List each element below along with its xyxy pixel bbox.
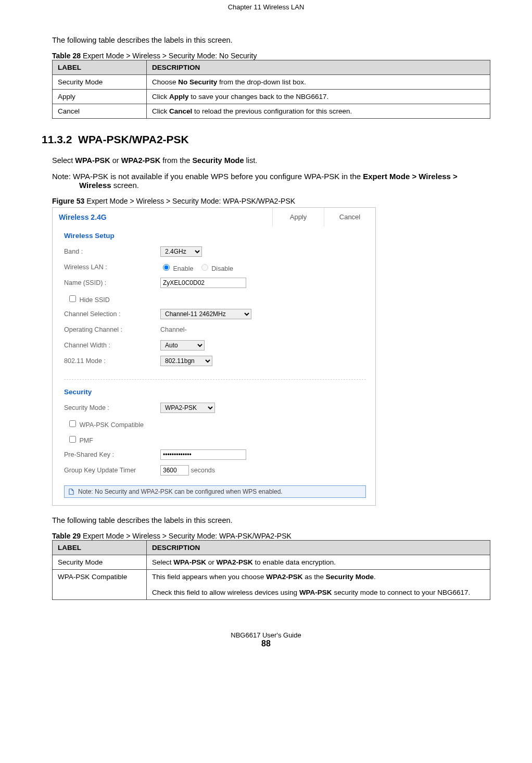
- t29-r1-label: Security Mode: [53, 555, 147, 570]
- t28-r2-label: Apply: [53, 90, 147, 104]
- table-row: Cancel Click Cancel to reload the previo…: [53, 104, 490, 119]
- table29-caption: Table 29 Expert Mode > Wireless > Securi…: [52, 532, 490, 540]
- ssid-label: Name (SSID) :: [64, 279, 160, 286]
- chapter-header: Chapter 11 Wireless LAN: [0, 0, 532, 20]
- section-heading: 11.3.2 WPA-PSK/WPA2-PSK: [42, 133, 490, 146]
- footer-guide-title: NBG6617 User's Guide: [42, 631, 490, 639]
- t28-r1-desc: Choose No Security from the drop-down li…: [147, 75, 490, 90]
- band-label: Band :: [64, 248, 160, 255]
- fig-note-box: Note: No Security and WPA2-PSK can be co…: [64, 485, 366, 498]
- pmf-checkbox[interactable]: [69, 436, 76, 443]
- cancel-button[interactable]: Cancel: [324, 208, 375, 227]
- fig-section-wireless-setup: Wireless Setup: [64, 232, 366, 240]
- page-number: 88: [42, 639, 490, 648]
- t29-r2-label: WPA-PSK Compatible: [53, 570, 147, 600]
- pmf-label: PMF: [79, 437, 93, 444]
- table-row: Security Mode Select WPA-PSK or WPA2-PSK…: [53, 555, 490, 570]
- mode-80211-select[interactable]: 802.11bgn: [160, 356, 212, 366]
- group-key-timer-input[interactable]: [160, 465, 189, 476]
- t28-r3-desc: Click Cancel to reload the previous conf…: [147, 104, 490, 119]
- table29-caption-number: Table 29: [52, 532, 81, 540]
- t28-r1-label: Security Mode: [53, 75, 147, 90]
- note-text: Note: WPA-PSK is not available if you en…: [52, 172, 490, 190]
- table28-caption-title: Expert Mode > Wireless > Security Mode: …: [81, 52, 257, 60]
- table28: LABEL DESCRIPTION Security Mode Choose N…: [52, 60, 490, 119]
- figure53-caption-number: Figure 53: [52, 197, 84, 205]
- figure53-screenshot: Wireless 2.4G Apply Cancel Wireless Setu…: [52, 207, 376, 506]
- channel-selection-select[interactable]: Channel-11 2462MHz: [160, 309, 251, 319]
- table28-caption-number: Table 28: [52, 52, 81, 60]
- t28-r3-label: Cancel: [53, 104, 147, 119]
- mode-80211-label: 802.11 Mode :: [64, 357, 160, 365]
- table28-head-desc: DESCRIPTION: [147, 60, 490, 75]
- table-row: WPA-PSK Compatible This field appears wh…: [53, 570, 490, 600]
- t29-r2-desc: This field appears when you choose WPA2-…: [147, 570, 490, 600]
- t29-r1-desc: Select WPA-PSK or WPA2-PSK to enable dat…: [147, 555, 490, 570]
- note-icon: [68, 488, 75, 495]
- table29-head-desc: DESCRIPTION: [147, 541, 490, 555]
- preshared-key-label: Pre-Shared Key :: [64, 451, 160, 458]
- operating-channel-label: Operating Channel :: [64, 326, 160, 333]
- table28-caption: Table 28 Expert Mode > Wireless > Securi…: [52, 52, 490, 60]
- band-select[interactable]: 2.4GHz: [160, 246, 202, 257]
- hide-ssid-label: Hide SSID: [79, 296, 109, 304]
- t28-r2-desc: Click Apply to save your changes back to…: [147, 90, 490, 104]
- intro-text-2: The following table describes the labels…: [52, 516, 490, 524]
- wlan-enable-radio[interactable]: [163, 264, 170, 271]
- section-title: WPA-PSK/WPA2-PSK: [78, 133, 189, 145]
- fig-divider: [64, 379, 366, 380]
- operating-channel-value: Channel-: [160, 326, 187, 333]
- channel-width-select[interactable]: Auto: [160, 340, 205, 351]
- table28-head-label: LABEL: [53, 60, 147, 75]
- channel-width-label: Channel Width :: [64, 342, 160, 349]
- wlan-disable-radio[interactable]: [201, 264, 208, 271]
- disable-text: Disable: [211, 265, 233, 272]
- hide-ssid-checkbox[interactable]: [69, 295, 76, 302]
- group-key-timer-label: Group Key Update Timer: [64, 467, 160, 474]
- figure53-caption-title: Expert Mode > Wireless > Security Mode: …: [84, 197, 295, 205]
- wlan-label: Wireless LAN :: [64, 264, 160, 271]
- security-mode-label: Security Mode :: [64, 404, 160, 411]
- enable-text: Enable: [173, 265, 193, 272]
- table29-head-label: LABEL: [53, 541, 147, 555]
- table29: LABEL DESCRIPTION Security Mode Select W…: [52, 540, 490, 600]
- seconds-text: seconds: [191, 467, 215, 474]
- apply-button[interactable]: Apply: [272, 208, 324, 227]
- fig-title: Wireless 2.4G: [53, 208, 272, 227]
- table-row: Apply Click Apply to save your changes b…: [53, 90, 490, 104]
- security-mode-select[interactable]: WPA2-PSK: [160, 403, 215, 413]
- table29-caption-title: Expert Mode > Wireless > Security Mode: …: [81, 532, 292, 540]
- wpa-psk-compatible-label: WPA-PSK Compatible: [79, 421, 143, 429]
- table-row: Security Mode Choose No Security from th…: [53, 75, 490, 90]
- section-number: 11.3.2: [42, 133, 72, 145]
- figure53-caption: Figure 53 Expert Mode > Wireless > Secur…: [52, 197, 490, 205]
- fig-section-security: Security: [64, 388, 366, 396]
- preshared-key-input[interactable]: [160, 449, 246, 460]
- channel-selection-label: Channel Selection :: [64, 310, 160, 318]
- wpa-psk-compatible-checkbox[interactable]: [69, 420, 76, 427]
- fig-note-text: Note: No Security and WPA2-PSK can be co…: [78, 488, 283, 495]
- ssid-input[interactable]: [160, 278, 246, 288]
- intro-text-1: The following table describes the labels…: [52, 36, 490, 44]
- section-select-text: Select WPA-PSK or WPA2-PSK from the Secu…: [52, 156, 490, 165]
